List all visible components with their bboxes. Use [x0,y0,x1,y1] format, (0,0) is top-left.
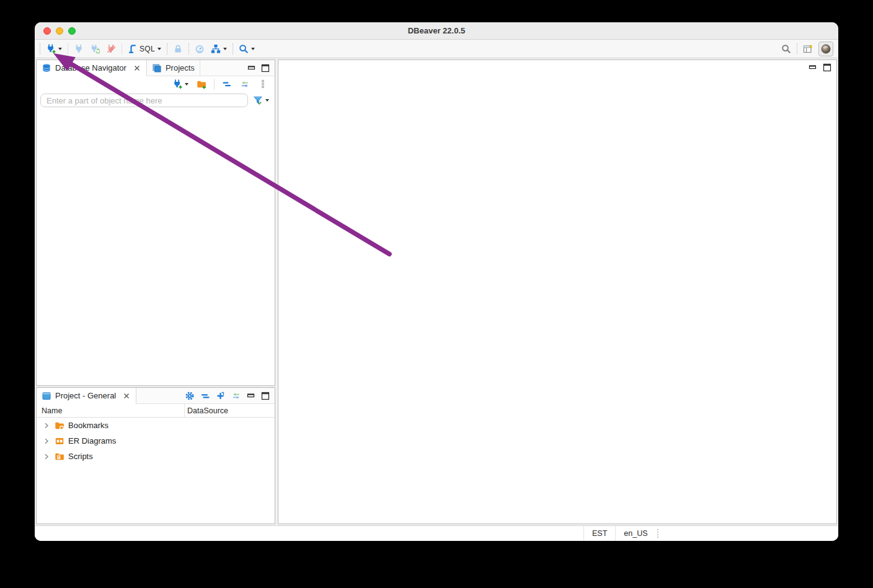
minimize-view-icon[interactable] [247,64,256,72]
close-icon [133,64,141,72]
nav-new-connection-button[interactable] [171,78,190,90]
tab-label: Projects [166,63,195,72]
status-timezone[interactable]: EST [583,526,615,541]
sql-script-icon [128,44,138,54]
bookmarks-folder-icon [55,421,64,431]
open-perspective-button[interactable] [801,43,815,55]
status-bar: EST en_US [35,525,838,541]
plug-new-icon [46,44,56,54]
window-title: DBeaver 22.0.5 [35,22,838,40]
expand-all-icon[interactable] [216,391,226,401]
column-header-name[interactable]: Name [37,404,185,417]
link-with-editor-icon[interactable] [231,391,241,401]
tab-label: Database Navigator [55,63,126,72]
scripts-folder-icon [55,452,64,462]
column-header-datasource[interactable]: DataSource [185,404,275,417]
sql-label: SQL [140,45,155,53]
navigator-toolbar [37,76,275,92]
separator [797,43,797,55]
dropdown-caret-icon [251,48,255,50]
nav-collapse-all-button[interactable] [220,78,234,90]
maximize-view-icon[interactable] [261,392,270,400]
disconnect-button[interactable] [104,43,118,55]
filter-funnel-icon [253,95,263,105]
plug-disconnect-icon [106,44,116,54]
nav-link-with-editor-button[interactable] [238,78,252,90]
separator [68,43,68,55]
editor-area [278,59,837,524]
project-general-panel: Project - General [36,387,275,524]
separator [188,43,189,55]
navigator-filter-row [37,92,275,110]
object-filter-input[interactable] [40,94,248,107]
dropdown-caret-icon [223,48,227,50]
expander-chevron-icon[interactable] [42,421,51,430]
quick-search-button[interactable] [779,43,793,55]
link-with-editor-icon [240,79,250,89]
minimize-view-icon[interactable] [247,392,255,400]
sql-editor-button[interactable]: SQL [126,43,163,55]
separator [122,43,122,55]
tree-row-scripts[interactable]: Scripts [37,449,275,464]
filter-settings-button[interactable] [251,94,271,107]
tree-item-label: ER Diagrams [68,436,116,445]
reconnect-button[interactable] [88,43,102,55]
new-connection-button[interactable] [44,43,64,55]
minimize-view-icon[interactable] [809,63,817,72]
project-toolbar [180,388,275,403]
project-tree: Bookmarks ER Diagrams [37,418,275,524]
project-tabrow: Project - General [37,388,275,404]
collapse-all-icon [222,79,232,89]
task-management-button[interactable] [209,43,229,55]
plug-connect-icon [74,44,84,54]
dropdown-caret-icon [185,83,188,86]
dashboard-button[interactable] [193,43,206,55]
dropdown-caret-icon [157,48,161,50]
lock-icon [173,44,183,54]
nav-view-menu-button[interactable] [256,78,270,90]
nav-new-folder-button[interactable] [195,78,208,90]
navigator-tabrow: Database Navigator Projects [37,60,275,76]
tree-row-er-diagrams[interactable]: ER Diagrams [37,433,275,449]
plug-new-icon [172,79,182,89]
close-tab-button[interactable] [122,392,131,400]
new-folder-icon [197,79,206,89]
navigator-tree[interactable] [37,110,275,385]
title-bar: DBeaver 22.0.5 [35,22,838,40]
tab-label: Project - General [55,391,116,400]
tree-row-bookmarks[interactable]: Bookmarks [37,418,275,433]
maximize-view-icon[interactable] [823,63,831,72]
tree-item-label: Bookmarks [68,421,109,430]
settings-gear-icon[interactable] [185,391,195,401]
perspective-icon [803,44,813,54]
tab-database-navigator[interactable]: Database Navigator [37,60,147,76]
close-icon [122,392,131,400]
projects-icon [152,63,162,73]
status-group: EST en_US [583,526,661,541]
tab-project-general[interactable]: Project - General [37,388,136,404]
separator [214,79,215,90]
maximize-view-icon[interactable] [261,64,270,72]
collapse-all-icon[interactable] [200,391,210,401]
status-grip-icon [657,529,661,538]
project-grid-header: Name DataSource [37,404,275,418]
status-locale[interactable]: en_US [615,526,655,541]
expander-chevron-icon[interactable] [42,437,51,445]
connect-button[interactable] [72,43,86,55]
org-chart-icon [211,44,221,54]
tab-projects[interactable]: Projects [147,60,200,76]
user-avatar-icon [821,44,831,54]
search-icon [781,44,791,54]
security-lock-button[interactable] [171,43,185,55]
user-profile-button[interactable] [818,42,833,56]
search-icon [239,44,249,54]
search-button[interactable] [237,43,257,55]
separator [167,43,167,55]
expander-chevron-icon[interactable] [42,452,51,461]
gauge-icon [195,44,205,54]
close-tab-button[interactable] [133,64,141,72]
database-navigator-panel: Database Navigator Projects [36,59,275,386]
toolbar-grip [40,43,40,55]
desktop: DBeaver 22.0.5 [0,0,873,588]
dropdown-caret-icon [58,48,62,50]
